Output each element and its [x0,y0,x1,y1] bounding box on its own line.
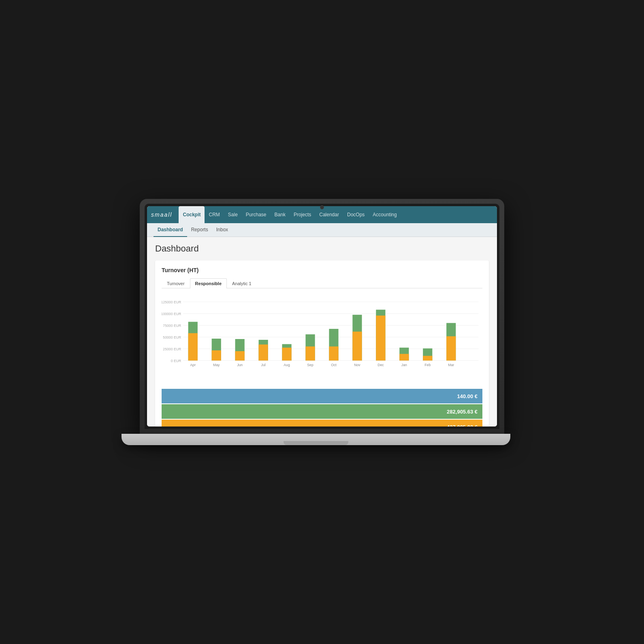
svg-rect-21 [282,348,291,360]
svg-text:Jul: Jul [261,363,266,367]
nav-crm[interactable]: CRM [205,206,224,223]
svg-text:Oct: Oct [331,363,337,367]
subnav-reports[interactable]: Reports [187,223,212,237]
chart-area: 125000 EUR 100000 EUR 75000 EUR 50000 EU… [162,295,482,384]
svg-text:Jan: Jan [401,363,407,367]
svg-text:May: May [213,363,220,367]
svg-rect-15 [212,350,221,360]
svg-rect-19 [259,345,268,361]
summary-bar-blue: 140.00 € [162,389,482,403]
svg-rect-27 [352,332,362,360]
svg-rect-25 [329,346,338,360]
svg-rect-31 [399,354,409,360]
main-content: Dashboard Turnover (HT) Turnover Respons… [147,237,497,426]
page-title: Dashboard [155,243,489,254]
turnover-card: Turnover (HT) Turnover Responsible Analy… [155,260,489,426]
svg-text:Nov: Nov [354,363,360,367]
nav-sale[interactable]: Sale [224,206,242,223]
nav-purchase[interactable]: Purchase [242,206,271,223]
svg-text:Jun: Jun [237,363,243,367]
svg-rect-33 [423,356,432,361]
chart-svg: 125000 EUR 100000 EUR 75000 EUR 50000 EU… [162,295,482,384]
screen: smaall Cockpit CRM Sale Purchase Bank Pr… [147,206,497,426]
summary-value-orange: 437,985.92 € [447,424,478,427]
nav-docops[interactable]: DocOps [343,206,369,223]
svg-text:0 EUR: 0 EUR [171,359,181,363]
svg-text:25000 EUR: 25000 EUR [163,347,181,351]
svg-text:100000 EUR: 100000 EUR [162,312,181,316]
nav-projects[interactable]: Projects [290,206,315,223]
card-title: Turnover (HT) [162,267,482,273]
summary-bars: 140.00 € 282,905.63 € 437,985.92 € 0.00 … [162,389,482,426]
svg-text:75000 EUR: 75000 EUR [163,324,181,328]
svg-rect-13 [188,333,198,361]
nav-bank[interactable]: Bank [271,206,290,223]
svg-rect-35 [446,336,456,360]
svg-text:50000 EUR: 50000 EUR [163,335,181,339]
summary-bar-orange: 437,985.92 € [162,420,482,426]
svg-text:Sep: Sep [307,363,313,367]
summary-bar-green: 282,905.63 € [162,404,482,419]
laptop-screen-border: smaall Cockpit CRM Sale Purchase Bank Pr… [145,204,499,429]
tab-responsible[interactable]: Responsible [190,278,227,288]
app-logo[interactable]: smaall [151,211,172,218]
top-nav: smaall Cockpit CRM Sale Purchase Bank Pr… [147,206,497,223]
laptop-outer: smaall Cockpit CRM Sale Purchase Bank Pr… [140,199,504,434]
chart-tabs: Turnover Responsible Analytic 1 [162,278,482,288]
svg-text:Mar: Mar [448,363,454,367]
svg-text:125000 EUR: 125000 EUR [162,300,181,304]
summary-value-green: 282,905.63 € [447,409,478,415]
nav-accounting[interactable]: Accounting [369,206,401,223]
nav-cockpit[interactable]: Cockpit [179,206,205,223]
svg-rect-29 [376,316,385,360]
subnav-inbox[interactable]: Inbox [212,223,232,237]
subnav-dashboard[interactable]: Dashboard [154,223,187,237]
svg-rect-17 [235,351,245,360]
svg-text:Dec: Dec [377,363,384,367]
svg-rect-23 [305,346,315,360]
sub-nav: Dashboard Reports Inbox [147,223,497,237]
laptop-base [122,434,510,445]
svg-text:Feb: Feb [424,363,431,367]
tab-turnover[interactable]: Turnover [162,278,190,288]
summary-value-blue: 140.00 € [457,393,478,399]
svg-text:Aug: Aug [284,363,290,367]
svg-text:Apr: Apr [190,363,196,367]
tab-analytic1[interactable]: Analytic 1 [227,278,257,288]
nav-calendar[interactable]: Calendar [315,206,343,223]
